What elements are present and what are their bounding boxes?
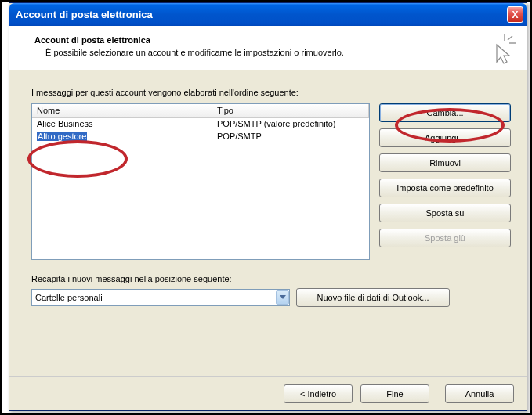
table-row[interactable]: Alice Business POP/SMTP (valore predefin…: [32, 118, 369, 131]
column-name[interactable]: Nome: [32, 104, 212, 117]
set-default-button[interactable]: Imposta come predefinito: [379, 179, 511, 197]
page-subtitle: È possibile selezionare un account e mod…: [34, 48, 512, 57]
finish-button[interactable]: Fine: [360, 384, 429, 403]
back-button[interactable]: < Indietro: [284, 384, 353, 403]
window-title: Account di posta elettronica: [16, 9, 153, 20]
deliver-label: Recapita i nuovi messaggi nella posizion…: [31, 274, 511, 283]
column-type[interactable]: Tipo: [212, 104, 369, 117]
remove-button[interactable]: Rimuovi: [379, 153, 511, 172]
table-row[interactable]: Altro gestore POP/SMTP: [32, 131, 369, 143]
new-datafile-button[interactable]: Nuovo file di dati di Outlook...: [296, 288, 450, 307]
accounts-listview[interactable]: Nome Tipo Alice Business POP/SMTP (valor…: [31, 103, 370, 260]
body-pane: I messaggi per questi account vengono el…: [9, 70, 527, 315]
row-type: POP/SMTP (valore predefinito): [212, 118, 369, 131]
intro-text: I messaggi per questi account vengono el…: [31, 88, 511, 97]
svg-line-2: [508, 36, 512, 40]
button-stack: Cambia... Aggiungi... Rimuovi Imposta co…: [379, 103, 511, 260]
footer: < Indietro Fine Annulla: [9, 376, 527, 410]
cancel-button[interactable]: Annulla: [445, 384, 514, 403]
deliver-section: Recapita i nuovi messaggi nella posizion…: [31, 274, 511, 307]
main-row: Nome Tipo Alice Business POP/SMTP (valor…: [31, 103, 511, 260]
accounts-dialog: Account di posta elettronica X Account d…: [9, 2, 527, 411]
outer-frame: Account di posta elettronica X Account d…: [0, 0, 532, 415]
row-name: Alice Business: [32, 118, 212, 131]
listview-header: Nome Tipo: [32, 104, 369, 118]
combo-value: Cartelle personali: [35, 293, 103, 302]
titlebar: Account di posta elettronica X: [9, 3, 527, 26]
page-title: Account di posta elettronica: [34, 35, 512, 45]
change-button[interactable]: Cambia...: [379, 103, 511, 122]
move-down-button: Sposta giù: [379, 229, 511, 247]
cursor-icon: [487, 34, 516, 65]
close-icon: X: [512, 9, 518, 20]
chevron-down-icon: [276, 290, 289, 305]
deliver-combo[interactable]: Cartelle personali: [31, 289, 290, 306]
row-name: Altro gestore: [32, 131, 212, 143]
header-pane: Account di posta elettronica È possibile…: [9, 26, 527, 70]
deliver-controls: Cartelle personali Nuovo file di dati di…: [31, 288, 511, 307]
add-button[interactable]: Aggiungi...: [379, 128, 511, 147]
close-button[interactable]: X: [507, 6, 523, 23]
move-up-button[interactable]: Sposta su: [379, 204, 511, 222]
row-type: POP/SMTP: [212, 131, 369, 143]
